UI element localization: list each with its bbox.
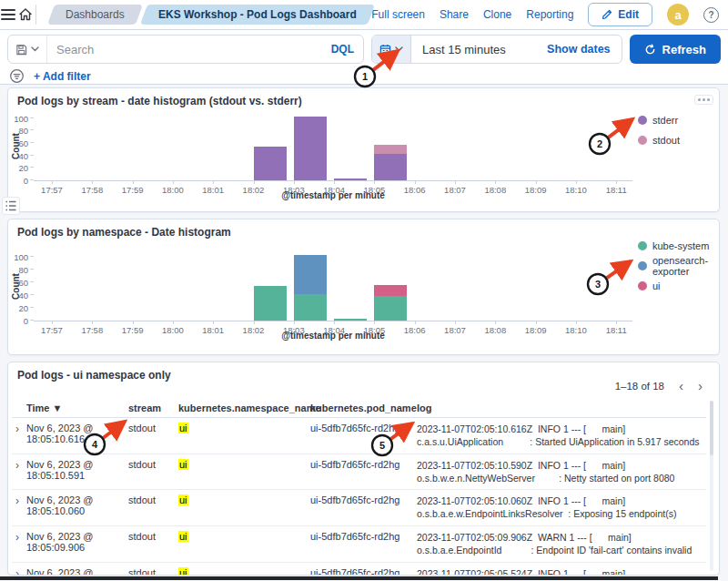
pagination-count: 1–18 of 18 — [615, 381, 664, 392]
add-filter-button[interactable]: + Add filter — [34, 70, 91, 83]
cell-stream: stdout — [128, 567, 178, 576]
bar-segment-stderr[interactable] — [254, 147, 287, 180]
table-row[interactable]: › Nov 6, 2023 @ 18:05:10.616 stdout ui u… — [12, 418, 706, 454]
legend-item-stdout[interactable]: stdout — [638, 130, 680, 150]
x-tick-mark — [495, 321, 496, 324]
bar-segment-stderr[interactable] — [334, 178, 367, 180]
table-row[interactable]: › Nov 6, 2023 @ 18:05:05.525 stdout ui u… — [12, 563, 706, 576]
x-tick-mark — [576, 180, 577, 184]
y-tick-mark — [30, 256, 34, 257]
bar-segment-kube-system[interactable] — [294, 294, 327, 321]
table-row[interactable]: › Nov 6, 2023 @ 18:05:09.906 stdout ui u… — [12, 526, 706, 563]
refresh-button[interactable]: Refresh — [630, 35, 721, 64]
y-tick-mark — [30, 269, 34, 270]
edit-button[interactable]: Edit — [588, 3, 652, 26]
y-tick-mark — [30, 307, 34, 308]
y-tick-label: 100 — [10, 252, 28, 262]
expand-row-icon[interactable]: › — [12, 423, 26, 435]
table-header-row: Time▼ stream kubernetes.namespace_name k… — [12, 401, 706, 418]
y-tick-mark — [30, 320, 34, 321]
x-tick-mark — [415, 321, 416, 324]
time-range-value[interactable]: Last 15 minutes — [411, 43, 536, 56]
share-link[interactable]: Share — [440, 8, 469, 21]
home-icon[interactable] — [17, 0, 35, 29]
hamburger-menu-icon[interactable] — [0, 0, 17, 29]
help-icon[interactable]: ? — [703, 7, 719, 23]
user-avatar[interactable]: a — [667, 4, 689, 25]
column-header-log[interactable]: log — [417, 403, 706, 413]
x-tick-mark — [92, 321, 93, 324]
x-tick-mark — [334, 321, 335, 324]
panel-pod-logs-by-stream: Pod logs by stream - date histogram (std… — [7, 87, 720, 212]
cell-namespace: ui — [178, 423, 310, 433]
cell-log: 2023-11-07T02:05:09.906Z WARN 1 --- [ ma… — [417, 531, 706, 558]
x-tick-mark — [213, 180, 214, 184]
x-tick-mark — [495, 180, 496, 184]
x-tick-mark — [254, 180, 255, 184]
previous-page-icon[interactable]: ‹ — [679, 379, 683, 392]
legend-toggle-icon[interactable] — [2, 197, 20, 215]
expand-row-icon[interactable]: › — [12, 494, 26, 507]
cell-namespace: ui — [178, 459, 310, 470]
bar-segment-stderr[interactable] — [374, 154, 407, 180]
bar-segment-kube-system[interactable] — [334, 319, 367, 321]
x-tick-mark — [52, 180, 53, 184]
expand-row-icon[interactable]: › — [12, 459, 26, 472]
table-scrollbar[interactable] — [710, 401, 713, 571]
bar-segment-opensearch-exporter[interactable] — [294, 255, 327, 294]
cell-log: 2023-11-07T02:05:05.524Z INFO 1 --- [ ma… — [417, 567, 706, 576]
y-tick-label: 40 — [10, 290, 28, 301]
table-row[interactable]: › Nov 6, 2023 @ 18:05:10.591 stdout ui u… — [12, 454, 706, 490]
saved-query-menu-button[interactable] — [8, 36, 47, 63]
x-tick-mark — [173, 180, 174, 184]
full-screen-link[interactable]: Full screen — [371, 8, 425, 21]
y-tick-label: 0 — [10, 176, 28, 186]
search-input[interactable] — [47, 43, 322, 56]
bar-segment-ui[interactable] — [374, 285, 407, 297]
legend-item-opensearch-exporter[interactable]: opensearch-exporter — [638, 256, 719, 276]
filter-icon[interactable] — [9, 68, 25, 84]
column-header-stream[interactable]: stream — [128, 403, 178, 413]
cell-pod-name: ui-5dfb7d65fc-rd2hg — [310, 459, 417, 470]
y-tick-mark — [30, 155, 34, 156]
breadcrumb-dashboards[interactable]: Dashboards — [47, 5, 143, 25]
cell-namespace: ui — [178, 531, 310, 542]
table-row[interactable]: › Nov 6, 2023 @ 18:05:10.060 stdout ui u… — [12, 490, 706, 526]
chart-legend: kube-systemopensearch-exporterui — [638, 236, 719, 296]
legend-item-kube-system[interactable]: kube-system — [638, 236, 719, 256]
breadcrumb: Dashboards EKS Workshop - Pod Logs Dashb… — [51, 5, 372, 25]
bar-segment-stdout[interactable] — [374, 145, 407, 154]
cell-log: 2023-11-07T02:05:10.616Z INFO 1 --- [ ma… — [417, 423, 706, 450]
legend-item-ui[interactable]: ui — [638, 276, 719, 296]
search-group: DQL — [7, 35, 364, 64]
legend-swatch — [638, 241, 647, 250]
bar-segment-kube-system[interactable] — [374, 296, 407, 321]
legend-item-stderr[interactable]: stderr — [638, 110, 680, 130]
column-header-namespace[interactable]: kubernetes.namespace_name — [178, 403, 310, 413]
save-icon — [15, 44, 27, 56]
column-header-pod[interactable]: kubernetes.pod_name — [310, 403, 417, 413]
x-tick-mark — [133, 180, 134, 184]
cell-time: Nov 6, 2023 @ 18:05:10.060 — [26, 494, 128, 516]
expand-row-icon[interactable]: › — [12, 531, 26, 544]
next-page-icon[interactable]: › — [698, 379, 703, 392]
cell-log: 2023-11-07T02:05:10.060Z INFO 1 --- [ ma… — [417, 494, 706, 522]
column-header-time[interactable]: Time▼ — [26, 403, 128, 413]
bar-segment-stderr[interactable] — [294, 117, 327, 180]
x-tick-mark — [294, 321, 295, 324]
namespace-histogram-chart: Count 02040608010017:5717:5817:5918:0018… — [8, 219, 719, 354]
expand-row-icon[interactable]: › — [12, 567, 26, 576]
reporting-link[interactable]: Reporting — [526, 8, 573, 21]
bottom-edge-bar — [0, 576, 718, 580]
x-tick-mark — [334, 180, 335, 184]
query-bar-section: DQL Last 15 minutes Show dates Refresh +… — [0, 30, 728, 85]
x-tick-mark — [294, 180, 295, 184]
dql-toggle[interactable]: DQL — [322, 43, 363, 56]
quick-select-date-button[interactable] — [372, 36, 411, 63]
plot-area: 02040608010017:5717:5817:5918:0018:0118:… — [34, 250, 632, 321]
y-tick-label: 80 — [10, 126, 28, 136]
show-dates-button[interactable]: Show dates — [536, 43, 621, 56]
breadcrumb-current-dashboard[interactable]: EKS Workshop - Pod Logs Dashboard — [140, 5, 375, 25]
clone-link[interactable]: Clone — [483, 8, 511, 21]
bar-segment-kube-system[interactable] — [254, 286, 287, 321]
